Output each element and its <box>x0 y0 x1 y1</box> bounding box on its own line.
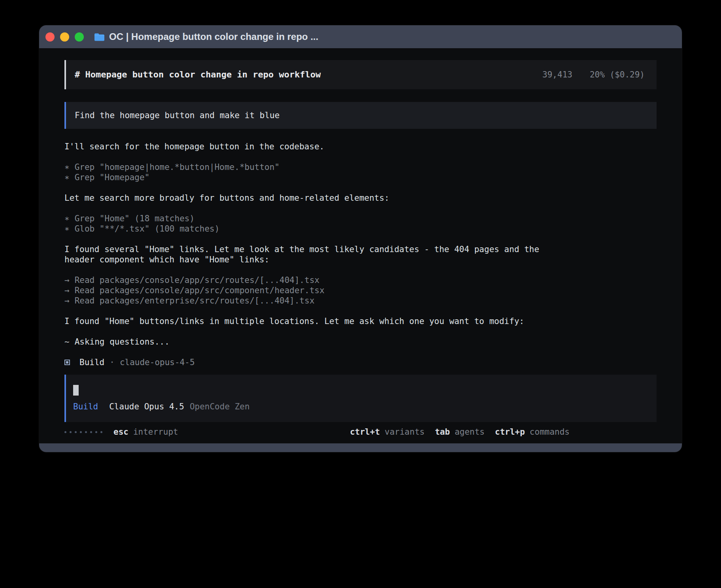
agent-badge: Build <box>73 402 98 411</box>
agents-label: agents <box>455 427 485 437</box>
agent-indicator: Build · claude-opus-4-5 <box>64 357 657 368</box>
window-title: OC | Homepage button color change in rep… <box>109 31 318 42</box>
spinner-dot <box>80 431 82 433</box>
asterisk-icon: ∗ <box>64 224 70 234</box>
tool-call-text: Grep "homepage|home.*button|Home.*button… <box>75 162 279 172</box>
agents-hint: tabagents <box>435 427 485 437</box>
titlebar[interactable]: OC | Homepage button color change in rep… <box>39 25 682 48</box>
asterisk-icon: ∗ <box>64 173 70 182</box>
arrow-right-icon: → <box>64 296 70 305</box>
agent-name: Build <box>79 357 104 368</box>
folder-icon <box>94 33 105 41</box>
spinner-dot <box>90 431 92 433</box>
asterisk-icon: ∗ <box>64 214 70 223</box>
commands-hint: ctrl+pcommands <box>495 427 570 437</box>
tool-call-text: Read packages/enterprise/src/routes/[...… <box>75 296 315 305</box>
spinner-dot <box>75 431 77 433</box>
provider-name: OpenCode Zen <box>190 402 250 411</box>
activity-text: Asking questions... <box>75 337 170 347</box>
user-message: Find the homepage button and make it blu… <box>64 102 657 129</box>
context-usage: 20% ($0.29) <box>590 70 645 80</box>
arrow-right-icon: → <box>64 286 70 295</box>
variants-label: variants <box>385 427 425 437</box>
text-cursor <box>73 385 79 396</box>
session-stats: 39,413 20% ($0.29) <box>542 70 645 80</box>
interrupt-label: interrupt <box>133 427 178 437</box>
window-bottom-edge <box>39 443 682 452</box>
status-bar: escinterrupt ctrl+tvariants tabagents ct… <box>64 427 657 437</box>
ctrl-p-key: ctrl+p <box>495 427 525 437</box>
input-status-line: BuildClaude Opus 4.5OpenCode Zen <box>73 401 647 412</box>
arrow-right-icon: → <box>64 275 70 285</box>
spinner <box>64 431 102 433</box>
spinner-dot <box>64 431 66 433</box>
agent-status-icon <box>64 360 70 365</box>
activity-status: ~Asking questions... <box>64 337 657 347</box>
asterisk-icon: ∗ <box>64 162 70 172</box>
terminal-window: OC | Homepage button color change in rep… <box>39 25 682 452</box>
traffic-lights <box>45 32 84 41</box>
tool-call-group-1: ∗Grep "homepage|home.*button|Home.*butto… <box>64 162 657 183</box>
tab-key: tab <box>435 427 450 437</box>
spinner-dot <box>70 431 72 433</box>
tool-call-text: Grep "Homepage" <box>75 173 150 182</box>
tool-call-read-3: →Read packages/enterprise/src/routes/[..… <box>64 296 657 306</box>
assistant-message-intro: I'll search for the homepage button in t… <box>64 141 559 152</box>
agent-model: claude-opus-4-5 <box>120 357 195 368</box>
token-count: 39,413 <box>542 70 572 80</box>
dot-separator: · <box>109 357 115 368</box>
assistant-message-candidates: I found several "Home" links. Let me loo… <box>64 244 559 265</box>
tool-call-group-3: →Read packages/console/app/src/routes/[.… <box>64 275 657 306</box>
tool-call-grep-1: ∗Grep "homepage|home.*button|Home.*butto… <box>64 162 657 172</box>
tool-call-text: Read packages/console/app/src/routes/[..… <box>75 275 320 285</box>
prompt-input[interactable]: BuildClaude Opus 4.5OpenCode Zen <box>64 375 657 422</box>
tool-call-glob-1: ∗Glob "**/*.tsx" (100 matches) <box>64 224 657 234</box>
esc-key: esc <box>113 427 128 437</box>
spinner-dot <box>100 431 102 433</box>
keybind-hints: ctrl+tvariants tabagents ctrl+pcommands <box>340 427 570 437</box>
session-header: # Homepage button color change in repo w… <box>64 60 657 89</box>
assistant-message-broaden: Let me search more broadly for buttons a… <box>64 193 559 203</box>
tool-call-read-2: →Read packages/console/app/src/component… <box>64 285 657 296</box>
ctrl-t-key: ctrl+t <box>350 427 380 437</box>
tool-call-group-2: ∗Grep "Home" (18 matches) ∗Glob "**/*.ts… <box>64 213 657 234</box>
tool-call-text: Read packages/console/app/src/component/… <box>75 286 325 295</box>
minimize-button[interactable] <box>60 32 69 41</box>
commands-label: commands <box>530 427 570 437</box>
tool-call-read-1: →Read packages/console/app/src/routes/[.… <box>64 275 657 285</box>
assistant-message-ask: I found "Home" buttons/links in multiple… <box>64 316 559 326</box>
user-message-text: Find the homepage button and make it blu… <box>75 110 279 121</box>
zoom-button[interactable] <box>75 32 84 41</box>
tool-call-grep-3: ∗Grep "Home" (18 matches) <box>64 213 657 224</box>
session-title: # Homepage button color change in repo w… <box>75 70 321 80</box>
terminal-content: # Homepage button color change in repo w… <box>39 48 682 443</box>
spinner-dot <box>85 431 87 433</box>
tool-call-grep-2: ∗Grep "Homepage" <box>64 172 657 183</box>
tool-call-text: Grep "Home" (18 matches) <box>75 214 194 223</box>
tilde-icon: ~ <box>64 337 70 347</box>
close-button[interactable] <box>45 32 55 41</box>
interrupt-hint: escinterrupt <box>113 427 178 437</box>
tool-call-text: Glob "**/*.tsx" (100 matches) <box>75 224 220 234</box>
variants-hint: ctrl+tvariants <box>350 427 425 437</box>
spinner-dot <box>95 431 97 433</box>
model-name: Claude Opus 4.5 <box>109 402 184 411</box>
